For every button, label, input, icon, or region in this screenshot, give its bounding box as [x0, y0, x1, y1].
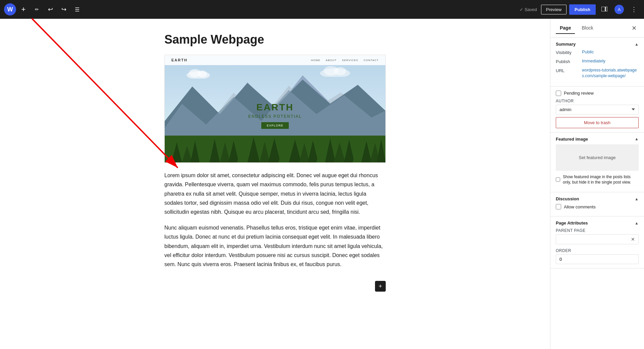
redo-icon: ↪ — [61, 6, 66, 13]
publish-value[interactable]: Immediately — [582, 58, 605, 63]
redo-button[interactable]: ↪ — [58, 3, 70, 15]
parent-page-clear-icon[interactable]: ✕ — [631, 237, 635, 242]
publish-button[interactable]: Publish — [569, 4, 596, 15]
cloud-left — [185, 68, 212, 79]
editor-area: Sample Webpage — [0, 19, 550, 349]
publish-label: Publish — [556, 58, 579, 64]
pending-review-label: Pending review — [564, 91, 594, 96]
visibility-value[interactable]: Public — [582, 49, 594, 54]
summary-title: Summary — [556, 42, 576, 47]
move-to-trash-button[interactable]: Move to trash — [556, 117, 639, 128]
user-button[interactable]: A — [613, 3, 625, 15]
page-attributes-chevron-icon: ▲ — [635, 221, 639, 226]
undo-button[interactable]: ↩ — [44, 3, 56, 15]
trees-foreground — [165, 136, 385, 162]
order-container: ORDER — [556, 248, 639, 264]
earth-image-block[interactable]: EARTH HOME ABOUT SERVICES CONTACT EARTH … — [164, 55, 386, 163]
page-attributes-section: Page Attributes ▲ PARENT PAGE ✕ ORDER — [550, 216, 644, 268]
featured-image-checkbox[interactable] — [556, 177, 560, 182]
cloud-right — [318, 65, 352, 77]
svg-rect-1 — [606, 7, 607, 11]
featured-image-chevron-icon: ▲ — [635, 137, 639, 141]
wp-logo[interactable]: W — [4, 3, 16, 15]
allow-comments-label: Allow comments — [564, 204, 596, 209]
allow-comments-row: Allow comments — [556, 204, 639, 209]
svg-point-34 — [198, 70, 207, 77]
url-value[interactable]: wordpress-tutorials.atwebpages.com/sampl… — [582, 67, 639, 79]
body-paragraph-1[interactable]: Lorem ipsum dolor sit amet, consectetur … — [164, 171, 386, 216]
pending-review-section: Pending review AUTHOR admin Move to tras… — [550, 87, 644, 133]
visibility-row: Visibility Public — [556, 49, 639, 55]
add-block-button[interactable]: + — [17, 3, 30, 15]
order-label: ORDER — [556, 248, 639, 253]
earth-main-title: EARTH — [248, 102, 302, 113]
sidebar-toggle-button[interactable] — [598, 3, 610, 15]
earth-image: EARTH HOME ABOUT SERVICES CONTACT EARTH … — [165, 55, 385, 162]
ellipsis-icon: ⋮ — [631, 6, 637, 13]
svg-rect-0 — [601, 7, 605, 11]
featured-image-checkbox-label: Show featured image in the posts lists o… — [563, 174, 639, 186]
page-attributes-header[interactable]: Page Attributes ▲ — [556, 220, 639, 226]
plus-inline-icon: + — [379, 283, 382, 290]
discussion-title: Discussion — [556, 196, 579, 201]
toolbar-right: ✓ Saved Preview Publish A ⋮ — [520, 3, 640, 15]
preview-button[interactable]: Preview — [541, 5, 567, 14]
edit-button[interactable]: ✏ — [31, 3, 43, 15]
earth-nav-contact: CONTACT — [364, 59, 379, 62]
undo-icon: ↩ — [48, 6, 53, 13]
sidebar-icon — [601, 6, 607, 13]
earth-nav-services: SERVICES — [342, 59, 358, 62]
page-attributes-title: Page Attributes — [556, 220, 588, 226]
featured-image-section: Featured image ▲ Set featured image Show… — [550, 133, 644, 193]
main-layout: Sample Webpage — [0, 19, 644, 349]
discussion-header[interactable]: Discussion ▲ — [556, 196, 639, 201]
page-title[interactable]: Sample Webpage — [164, 32, 386, 47]
toolbar: W + ✏ ↩ ↪ ☰ ✓ Saved Preview Publish — [0, 0, 644, 19]
tools-button[interactable]: ☰ — [71, 3, 83, 15]
parent-page-label: PARENT PAGE — [556, 228, 639, 233]
allow-comments-checkbox[interactable] — [556, 204, 561, 209]
set-featured-image-button[interactable]: Set featured image — [556, 144, 639, 171]
right-sidebar: Page Block ✕ Summary ▲ Visibility Public… — [550, 19, 644, 349]
tab-block[interactable]: Block — [578, 22, 597, 34]
featured-image-checkbox-row: Show featured image in the posts lists o… — [556, 174, 639, 186]
pencil-icon: ✏ — [35, 7, 39, 12]
featured-image-header[interactable]: Featured image ▲ — [556, 137, 639, 142]
parent-page-container: PARENT PAGE ✕ — [556, 228, 639, 244]
list-icon: ☰ — [75, 6, 79, 13]
url-row: URL wordpress-tutorials.atwebpages.com/s… — [556, 67, 639, 79]
earth-nav: HOME ABOUT SERVICES CONTACT — [311, 59, 379, 62]
parent-page-input[interactable]: ✕ — [556, 234, 639, 244]
body-paragraph-2[interactable]: Nunc aliquam euismod venenatis. Phasellu… — [164, 223, 386, 269]
author-container: AUTHOR admin — [556, 99, 639, 114]
sidebar-tabs: Page Block ✕ — [550, 19, 644, 38]
summary-chevron-icon: ▲ — [635, 42, 639, 47]
earth-subtitle: ENDLESS POTENTIAL — [248, 114, 302, 119]
earth-logo-text: EARTH — [171, 58, 187, 62]
discussion-section: Discussion ▲ Allow comments — [550, 192, 644, 216]
earth-nav-about: ABOUT — [326, 59, 337, 62]
svg-point-37 — [334, 67, 346, 75]
url-label: URL — [556, 67, 579, 73]
more-options-button[interactable]: ⋮ — [628, 3, 640, 15]
pending-review-checkbox[interactable] — [556, 91, 561, 96]
discussion-chevron-icon: ▲ — [635, 197, 639, 201]
tab-page[interactable]: Page — [556, 22, 575, 34]
editor-content: Sample Webpage — [151, 32, 399, 292]
summary-section-header[interactable]: Summary ▲ — [556, 42, 639, 47]
user-icon: A — [614, 5, 624, 14]
order-input[interactable] — [556, 254, 639, 264]
earth-text-overlay: EARTH ENDLESS POTENTIAL EXPLORE — [248, 102, 302, 129]
earth-explore-button: EXPLORE — [261, 122, 289, 129]
toolbar-left: W + ✏ ↩ ↪ ☰ — [4, 3, 518, 15]
plus-icon: + — [21, 5, 26, 14]
earth-nav-home: HOME — [311, 59, 320, 62]
publish-row: Publish Immediately — [556, 58, 639, 64]
saved-indicator: ✓ Saved — [520, 7, 537, 12]
author-select[interactable]: admin — [556, 105, 639, 114]
add-block-inline-button[interactable]: + — [375, 281, 386, 292]
summary-section: Summary ▲ Visibility Public Publish Imme… — [550, 38, 644, 87]
sidebar-close-button[interactable]: ✕ — [629, 23, 639, 33]
visibility-label: Visibility — [556, 49, 579, 55]
trees-svg — [165, 136, 385, 162]
